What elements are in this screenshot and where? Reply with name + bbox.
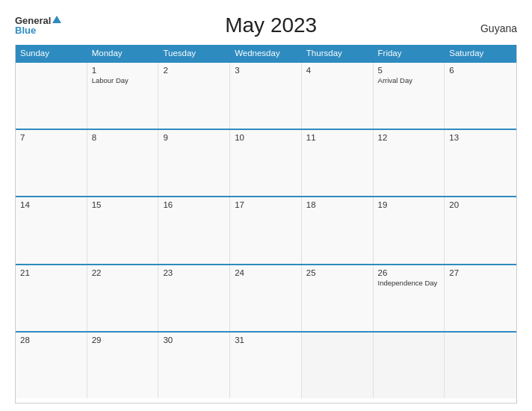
- day-number: 28: [20, 336, 82, 344]
- day-cell: 28: [16, 333, 87, 398]
- day-number: 5: [378, 66, 440, 75]
- header-thursday: Thursday: [302, 45, 374, 61]
- day-number: 8: [92, 133, 154, 142]
- day-cell: 11: [302, 130, 374, 196]
- header-sunday: Sunday: [16, 45, 87, 61]
- holiday-label: Arrival Day: [378, 76, 440, 84]
- header-friday: Friday: [374, 45, 445, 61]
- calendar: Sunday Monday Tuesday Wednesday Thursday…: [15, 45, 517, 404]
- header-saturday: Saturday: [445, 45, 516, 61]
- day-number: 6: [449, 66, 512, 75]
- day-number: 20: [449, 200, 512, 209]
- header: General Blue May 2023 Guyana: [15, 13, 517, 37]
- day-number: 27: [449, 268, 512, 277]
- day-cell: [16, 63, 87, 129]
- day-cell: 7: [16, 130, 87, 196]
- day-number: 10: [235, 133, 297, 142]
- country-label: Guyana: [480, 22, 517, 37]
- day-number: 12: [378, 133, 440, 142]
- day-number: 13: [449, 133, 512, 142]
- day-number: 14: [20, 200, 82, 209]
- day-cell: 13: [445, 130, 516, 196]
- day-cell: 27: [445, 265, 516, 331]
- day-number: 2: [163, 66, 225, 75]
- day-number: 7: [20, 133, 82, 142]
- day-number: 21: [20, 268, 82, 277]
- day-cell: 18: [302, 197, 374, 263]
- logo-blue-text: Blue: [15, 25, 61, 35]
- day-cell: 9: [158, 130, 230, 196]
- logo-triangle-icon: [52, 16, 61, 23]
- week-row-2: 78910111213: [16, 129, 516, 196]
- day-cell: 6: [445, 63, 516, 129]
- day-cell: 24: [230, 265, 302, 331]
- day-number: 17: [235, 200, 297, 209]
- week-row-4: 212223242526Independence Day27: [16, 264, 516, 331]
- day-cell: 23: [158, 265, 230, 331]
- day-number: 9: [163, 133, 225, 142]
- header-wednesday: Wednesday: [230, 45, 302, 61]
- week-row-3: 14151617181920: [16, 196, 516, 263]
- day-cell: 20: [445, 197, 516, 263]
- day-cell: 8: [87, 130, 159, 196]
- day-number: 25: [306, 268, 368, 277]
- calendar-body: 1Labour Day2345Arrival Day67891011121314…: [16, 61, 516, 398]
- day-cell: 16: [158, 197, 230, 263]
- day-cell: 19: [374, 197, 445, 263]
- day-number: 4: [306, 66, 368, 75]
- day-cell: 5Arrival Day: [374, 63, 445, 129]
- week-row-5: 28293031: [16, 331, 516, 398]
- day-cell: 30: [158, 333, 230, 398]
- day-number: 3: [235, 66, 297, 75]
- week-row-1: 1Labour Day2345Arrival Day6: [16, 61, 516, 129]
- day-cell: 14: [16, 197, 87, 263]
- day-number: 16: [163, 200, 225, 209]
- day-number: 11: [306, 133, 368, 142]
- day-number: 26: [378, 268, 440, 277]
- days-header: Sunday Monday Tuesday Wednesday Thursday…: [16, 45, 516, 61]
- day-number: 30: [163, 336, 225, 344]
- logo: General Blue: [15, 16, 61, 35]
- header-monday: Monday: [87, 45, 159, 61]
- day-number: 31: [235, 336, 297, 344]
- day-cell: 21: [16, 265, 87, 331]
- day-cell: 1Labour Day: [87, 63, 159, 129]
- day-number: 23: [163, 268, 225, 277]
- day-number: 22: [92, 268, 154, 277]
- day-number: 29: [92, 336, 154, 344]
- day-number: 1: [92, 66, 154, 75]
- day-number: 19: [378, 200, 440, 209]
- day-cell: [445, 333, 516, 398]
- day-cell: 10: [230, 130, 302, 196]
- header-tuesday: Tuesday: [158, 45, 230, 61]
- holiday-label: Independence Day: [378, 279, 440, 287]
- day-cell: 26Independence Day: [374, 265, 445, 331]
- day-cell: 22: [87, 265, 159, 331]
- day-cell: 31: [230, 333, 302, 398]
- page: General Blue May 2023 Guyana Sunday Mond…: [0, 0, 532, 411]
- calendar-title: May 2023: [61, 13, 480, 37]
- day-cell: 4: [302, 63, 374, 129]
- day-cell: 15: [87, 197, 159, 263]
- day-cell: 3: [230, 63, 302, 129]
- day-cell: 17: [230, 197, 302, 263]
- day-cell: 25: [302, 265, 374, 331]
- day-number: 18: [306, 200, 368, 209]
- day-cell: 29: [87, 333, 159, 398]
- day-cell: 2: [158, 63, 230, 129]
- day-cell: 12: [374, 130, 445, 196]
- day-number: 24: [235, 268, 297, 277]
- holiday-label: Labour Day: [92, 76, 154, 84]
- day-cell: [302, 333, 374, 398]
- day-number: 15: [92, 200, 154, 209]
- day-cell: [374, 333, 445, 398]
